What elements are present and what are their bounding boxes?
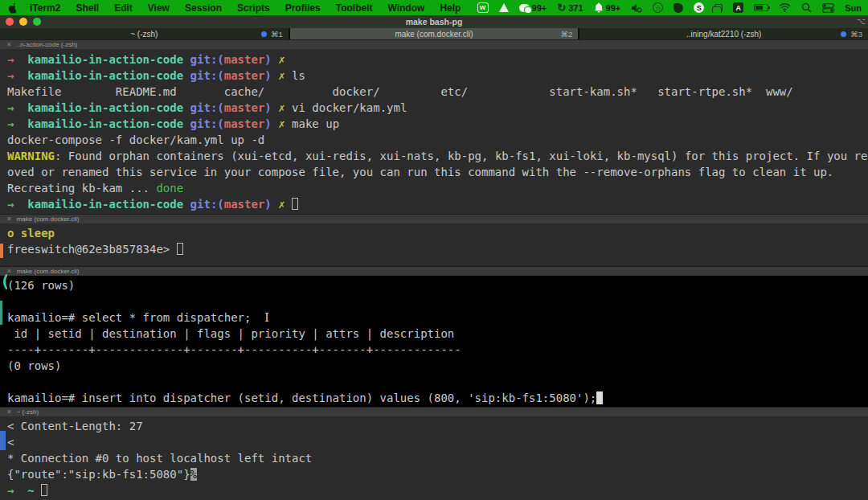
terminal-line: oved or renamed this service in your com… xyxy=(7,164,868,180)
terminal-line: → kamailio-in-action-code git:(master) ✗… xyxy=(7,100,868,116)
terminal-line: ----+-------+-------------+-------+-----… xyxy=(7,342,868,358)
terminal-line: → kamailio-in-action-code git:(master) ✗ xyxy=(7,196,868,212)
terminal-line: (0 rows) xyxy=(7,358,868,374)
bell-icon[interactable]: 99+ xyxy=(594,2,621,13)
control-center-icon[interactable] xyxy=(822,3,834,13)
vlc-cone-icon[interactable] xyxy=(499,3,509,12)
pane-close-icon[interactable]: ✕ xyxy=(6,268,12,275)
terminal-line: id | setid | destination | flags | prior… xyxy=(7,326,868,342)
skitch-icon[interactable]: S xyxy=(694,2,704,13)
terminal-line: → kamailio-in-action-code git:(master) ✗… xyxy=(7,68,868,84)
terminal-line: → kamailio-in-action-code git:(master) ✗… xyxy=(7,116,868,132)
apple-menu-icon[interactable] xyxy=(8,2,18,14)
pane-1-title-bar: ✕..n-action-code (-zsh) xyxy=(0,39,868,49)
window-title-bar[interactable]: make bash-pg ⌥ xyxy=(0,15,868,28)
terminal-line: Recreating kb-kam ... done xyxy=(7,180,868,196)
tab-shortcut: ⌘1 xyxy=(271,30,283,39)
terminal-line: → kamailio-in-action-code git:(master) ✗ xyxy=(7,51,868,68)
tab-1[interactable]: ~ (-zsh)⌘1 xyxy=(0,28,289,39)
pane-close-icon[interactable]: ✕ xyxy=(6,42,12,48)
sync-arrows-icon-label: 371 xyxy=(568,3,583,13)
pane-3-title-bar: ✕make (com.docker.cli) xyxy=(0,266,868,276)
tab-shortcut: ⌘2 xyxy=(561,30,573,39)
headphones-icon[interactable]: ∩ xyxy=(653,2,663,13)
menu-item-view[interactable]: View xyxy=(148,2,170,14)
terminal-line: {"route":"sip:kb-fs1:5080"}% xyxy=(7,466,868,482)
menu-item-help[interactable]: Help xyxy=(440,2,461,14)
pane-close-icon[interactable]: ✕ xyxy=(6,216,12,223)
terminal-line: freeswitch@62e3b857834e> xyxy=(7,241,868,257)
pane-session-title: make (com.docker.cli) xyxy=(17,216,80,223)
tab-2[interactable]: make (com.docker.cli)⌘2 xyxy=(290,28,579,39)
menu-item-toolbelt[interactable]: Toolbelt xyxy=(336,2,373,14)
terminal-line: → ~ xyxy=(7,482,868,498)
menu-item-scripts[interactable]: Scripts xyxy=(237,2,270,14)
tab-bar: ~ (-zsh)⌘1make (com.docker.cli)⌘2..ining… xyxy=(0,28,868,39)
menu-items: iTerm2ShellEditViewSessionScriptsProfile… xyxy=(30,2,461,14)
menubar-clock-label: Sun xyxy=(845,3,862,13)
menu-item-shell[interactable]: Shell xyxy=(76,2,99,14)
terminal-pane-3[interactable]: (126 rows)kamailio=# select * from dispa… xyxy=(0,276,868,407)
terminal-line: kamailio=# select * from dispatcher; I xyxy=(7,309,868,326)
terminal-pane-2[interactable]: o sleepfreeswitch@62e3b857834e> xyxy=(0,223,868,266)
menu-item-edit[interactable]: Edit xyxy=(114,2,133,14)
menubar-clock[interactable]: Sun xyxy=(845,3,862,13)
bell-icon-label: 99+ xyxy=(606,3,621,13)
terminal-line: kamailio=# insert into dispatcher (setid… xyxy=(7,390,868,406)
tab-shortcut: ⌘3 xyxy=(850,30,862,39)
pane-close-icon[interactable]: ✕ xyxy=(6,409,12,416)
title-bar-right-hint: ⌥ xyxy=(856,17,866,26)
battery-icon[interactable] xyxy=(754,4,768,11)
sync-arrows-icon[interactable]: ↻371 xyxy=(557,2,583,13)
clipboard-manager-icon[interactable] xyxy=(714,4,723,12)
terminal-pane-1[interactable]: → kamailio-in-action-code git:(master) ✗… xyxy=(0,50,868,214)
tab-activity-indicator xyxy=(841,31,846,37)
terminal-line: WARNING: Found orphan containers (xui-et… xyxy=(7,148,868,164)
hollow-cursor xyxy=(292,198,298,210)
pane-session-title: make (com.docker.cli) xyxy=(17,268,80,275)
tab-title: ..ining/kat2210 (-zsh) xyxy=(686,30,761,39)
terminal-line: docker-compose -f docker/kam.yml up -d xyxy=(7,132,868,148)
background-window-fragment-teal-paren: ( xyxy=(0,271,7,293)
menu-bar-status-icons: W99+↻37199+∩SASun xyxy=(477,2,862,13)
hollow-cursor xyxy=(177,243,183,255)
wechat-icon-label: 99+ xyxy=(532,3,547,13)
window-title: make bash-pg xyxy=(0,17,868,27)
terminal-line: (126 rows) xyxy=(7,277,868,293)
menu-item-iterm2[interactable]: iTerm2 xyxy=(30,2,60,14)
wechat-icon[interactable]: 99+ xyxy=(519,3,547,13)
tab-activity-indicator xyxy=(261,31,267,37)
background-window-fragment-orange xyxy=(0,244,3,258)
audio-speaker-icon[interactable] xyxy=(631,3,642,13)
tab-title: ~ (-zsh) xyxy=(130,30,158,39)
tab-title: make (com.docker.cli) xyxy=(395,30,473,39)
menu-item-profiles[interactable]: Profiles xyxy=(285,2,321,14)
hollow-cursor xyxy=(41,484,47,496)
block-cursor xyxy=(596,391,603,404)
terminal-line: < Content-Length: 27 xyxy=(7,418,868,434)
pane-session-title: ~ (-zsh) xyxy=(17,409,39,416)
terminal-line: o sleep xyxy=(7,225,868,241)
terminal-line xyxy=(7,293,868,309)
pane-4-title-bar: ✕~ (-zsh) xyxy=(0,407,868,416)
menu-item-window[interactable]: Window xyxy=(387,2,424,14)
terminal-line: < xyxy=(7,434,868,450)
macos-menu-bar: iTerm2ShellEditViewSessionScriptsProfile… xyxy=(0,0,868,15)
background-window-fragment-blue xyxy=(0,431,6,450)
background-window-fragment-teal-sliver xyxy=(0,301,2,325)
terminal-line: * Connection #0 to host localhost left i… xyxy=(7,450,868,466)
menu-item-session[interactable]: Session xyxy=(185,2,222,14)
tab-3[interactable]: ..ining/kat2210 (-zsh)⌘3 xyxy=(579,28,868,39)
evernote-icon[interactable] xyxy=(674,3,683,13)
boxed-a-icon[interactable]: A xyxy=(733,2,743,13)
pane-2-title-bar: ✕make (com.docker.cli) xyxy=(0,214,868,223)
wikipedia-w-icon[interactable]: W xyxy=(477,2,489,13)
terminal-pane-4[interactable]: < Content-Length: 27<* Connection #0 to … xyxy=(0,416,868,500)
terminal-line: Makefile README.md cache/ docker/ etc/ s… xyxy=(7,84,868,100)
wifi-icon[interactable] xyxy=(779,3,791,12)
terminal-line xyxy=(7,374,868,390)
spotlight-icon[interactable] xyxy=(801,2,812,13)
pane-session-title: ..n-action-code (-zsh) xyxy=(17,42,78,48)
